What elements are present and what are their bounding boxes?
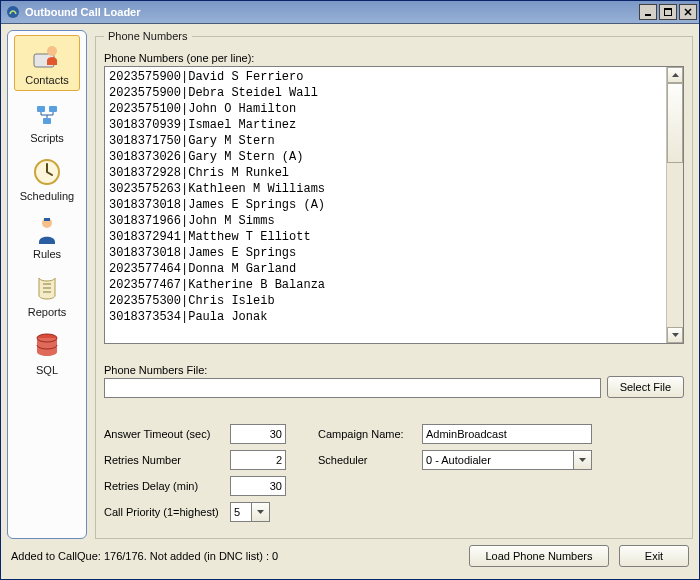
settings-grid: Answer Timeout (sec) Retries Number Retr… (104, 424, 684, 522)
scroll-up-button[interactable] (667, 67, 683, 83)
svg-rect-3 (664, 8, 672, 10)
scheduler-combo[interactable]: 0 - Autodialer (422, 450, 592, 470)
sidebar: Contacts Scripts Scheduling (7, 30, 87, 539)
app-window: Outbound Call Loader Contacts Sc (0, 0, 700, 580)
sidebar-item-label: Scheduling (20, 190, 74, 202)
scroll-track[interactable] (667, 163, 683, 327)
sidebar-item-scheduling[interactable]: Scheduling (14, 151, 80, 207)
reports-icon (31, 272, 63, 304)
svg-rect-6 (37, 106, 45, 112)
scheduler-label: Scheduler (318, 454, 414, 466)
scroll-thumb[interactable] (667, 83, 683, 163)
exit-button[interactable]: Exit (619, 545, 689, 567)
footer: Added to CallQue: 176/176. Not added (in… (7, 539, 693, 573)
load-phone-numbers-button[interactable]: Load Phone Numbers (469, 545, 609, 567)
retries-delay-input[interactable] (230, 476, 286, 496)
select-file-button[interactable]: Select File (607, 376, 684, 398)
sidebar-item-label: Scripts (30, 132, 64, 144)
settings-left-col: Answer Timeout (sec) Retries Number Retr… (104, 424, 286, 522)
content-panel: Phone Numbers Phone Numbers (one per lin… (95, 30, 693, 539)
sidebar-item-label: Contacts (25, 74, 68, 86)
status-text: Added to CallQue: 176/176. Not added (in… (11, 550, 459, 562)
group-legend: Phone Numbers (104, 30, 192, 42)
row-call-priority: Call Priority (1=highest) 5 (104, 502, 286, 522)
svg-rect-8 (43, 118, 51, 124)
row-campaign-name: Campaign Name: (318, 424, 592, 444)
contacts-icon (31, 40, 63, 72)
answer-timeout-input[interactable] (230, 424, 286, 444)
campaign-name-label: Campaign Name: (318, 428, 414, 440)
retries-number-input[interactable] (230, 450, 286, 470)
maximize-button[interactable] (659, 4, 677, 20)
sidebar-item-contacts[interactable]: Contacts (14, 35, 80, 91)
scroll-down-button[interactable] (667, 327, 683, 343)
sidebar-item-reports[interactable]: Reports (14, 267, 80, 323)
phone-numbers-list[interactable]: 2023575900|David S Ferriero 2023575900|D… (105, 67, 666, 343)
call-priority-label: Call Priority (1=highest) (104, 506, 222, 518)
retries-delay-label: Retries Delay (min) (104, 480, 222, 492)
phone-numbers-group: Phone Numbers Phone Numbers (one per lin… (95, 30, 693, 539)
row-scheduler: Scheduler 0 - Autodialer (318, 450, 592, 470)
call-priority-combo[interactable]: 5 (230, 502, 270, 522)
file-label: Phone Numbers File: (104, 364, 601, 376)
call-priority-value: 5 (234, 506, 240, 518)
title-bar: Outbound Call Loader (1, 1, 699, 24)
sidebar-item-label: Reports (28, 306, 67, 318)
svg-rect-7 (49, 106, 57, 112)
chevron-down-icon (251, 503, 269, 521)
svg-point-5 (47, 46, 57, 56)
settings-right-col: Campaign Name: Scheduler 0 - Autodialer (318, 424, 592, 522)
window-body: Contacts Scripts Scheduling (1, 24, 699, 579)
app-icon (5, 4, 21, 20)
row-retries-delay: Retries Delay (min) (104, 476, 286, 496)
campaign-name-input[interactable] (422, 424, 592, 444)
svg-rect-11 (44, 218, 50, 221)
sidebar-item-rules[interactable]: Rules (14, 209, 80, 265)
file-column: Phone Numbers File: (104, 364, 601, 398)
database-icon (31, 330, 63, 362)
scrollbar-vertical[interactable] (666, 67, 683, 343)
file-row: Phone Numbers File: Select File (104, 364, 684, 398)
row-retries-number: Retries Number (104, 450, 286, 470)
sidebar-item-label: SQL (36, 364, 58, 376)
svg-point-0 (7, 6, 19, 18)
sidebar-item-sql[interactable]: SQL (14, 325, 80, 381)
clock-icon (31, 156, 63, 188)
window-title: Outbound Call Loader (25, 6, 639, 18)
retries-number-label: Retries Number (104, 454, 222, 466)
scripts-icon (31, 98, 63, 130)
window-buttons (639, 4, 697, 20)
phone-numbers-listwrap: 2023575900|David S Ferriero 2023575900|D… (104, 66, 684, 344)
scheduler-value: 0 - Autodialer (426, 454, 491, 466)
close-button[interactable] (679, 4, 697, 20)
svg-rect-1 (645, 14, 651, 16)
sidebar-item-label: Rules (33, 248, 61, 260)
sidebar-item-scripts[interactable]: Scripts (14, 93, 80, 149)
row-answer-timeout: Answer Timeout (sec) (104, 424, 286, 444)
answer-timeout-label: Answer Timeout (sec) (104, 428, 222, 440)
rules-icon (31, 214, 63, 246)
chevron-down-icon (573, 451, 591, 469)
phone-numbers-label: Phone Numbers (one per line): (104, 52, 684, 64)
main-row: Contacts Scripts Scheduling (7, 30, 693, 539)
minimize-button[interactable] (639, 4, 657, 20)
phone-numbers-file-input[interactable] (104, 378, 601, 398)
